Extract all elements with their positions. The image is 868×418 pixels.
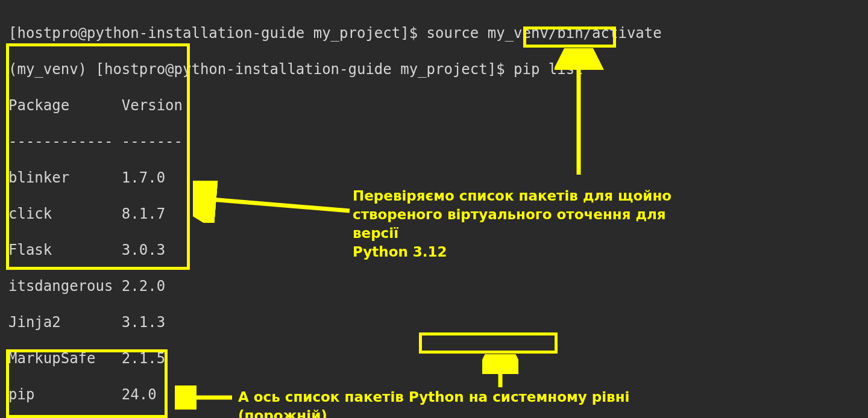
terminal-output: [hostpro@python-installation-guide my_pr… bbox=[0, 0, 868, 418]
terminal-line: (my_venv) [hostpro@python-installation-g… bbox=[8, 60, 860, 78]
command-text: source my_venv/bin/activate bbox=[427, 25, 662, 42]
terminal-line: click 8.1.7 bbox=[8, 205, 860, 223]
terminal-line: [hostpro@python-installation-guide my_pr… bbox=[8, 24, 860, 42]
command-text: pip list bbox=[514, 61, 583, 78]
terminal-line: MarkupSafe 2.1.5 bbox=[8, 349, 860, 367]
terminal-line: blinker 1.7.0 bbox=[8, 169, 860, 187]
shell-prompt: [hostpro@python-installation-guide my_pr… bbox=[8, 25, 427, 42]
terminal-line: Jinja2 3.1.3 bbox=[8, 313, 860, 331]
terminal-line: itsdangerous 2.2.0 bbox=[8, 277, 860, 295]
terminal-line: ------------ ------- bbox=[8, 133, 860, 151]
terminal-line: Flask 3.0.3 bbox=[8, 241, 860, 259]
terminal-line: Package Version bbox=[8, 96, 860, 114]
shell-prompt: (my_venv) [hostpro@python-installation-g… bbox=[8, 61, 514, 78]
terminal-line: pip 24.0 bbox=[8, 385, 860, 404]
